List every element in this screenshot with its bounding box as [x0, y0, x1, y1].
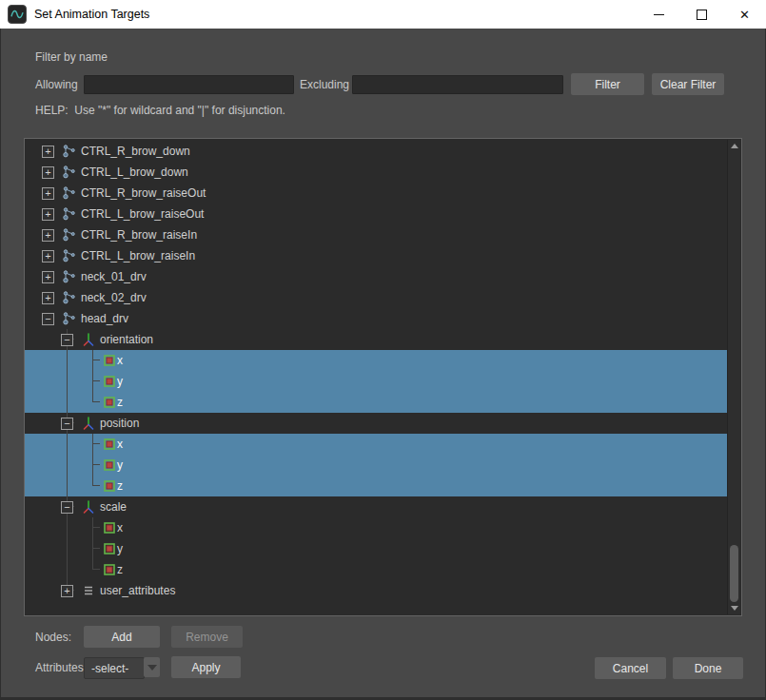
tree-panel: +CTRL_R_brow_down+CTRL_L_brow_down+CTRL_…: [24, 138, 742, 616]
tree-connector-line: [92, 517, 93, 570]
tree-connector-line: [92, 380, 100, 381]
attribute-icon: [104, 564, 115, 575]
done-button[interactable]: Done: [673, 657, 743, 679]
minimize-button[interactable]: [638, 0, 680, 29]
tree-row[interactable]: +CTRL_R_brow_raiseIn: [25, 224, 728, 245]
expand-icon[interactable]: +: [42, 208, 54, 221]
tree-connector-line: [92, 360, 100, 360]
excluding-input[interactable]: [352, 75, 563, 94]
tree-connector-line: [92, 548, 100, 549]
window-title: Set Animation Targets: [34, 8, 149, 21]
clear-filter-button[interactable]: Clear Filter: [652, 73, 724, 95]
tree-row[interactable]: +user_attributes: [25, 580, 728, 601]
expand-icon[interactable]: +: [61, 585, 73, 597]
tree-row[interactable]: +CTRL_L_brow_raiseIn: [25, 245, 728, 266]
titlebar[interactable]: Set Animation Targets ✕: [0, 0, 766, 29]
transform-node-icon: [62, 206, 77, 222]
allowing-input[interactable]: [84, 75, 294, 94]
tree-row[interactable]: +CTRL_R_brow_down: [25, 141, 728, 162]
collapse-icon[interactable]: −: [61, 501, 73, 514]
tree-row[interactable]: z: [25, 392, 728, 413]
tree-row[interactable]: −head_drv: [25, 308, 728, 329]
tree-item-label: x: [117, 354, 123, 367]
tree-row[interactable]: y: [25, 455, 728, 476]
tree-item-label: CTRL_L_brow_raiseIn: [81, 249, 195, 262]
expand-icon[interactable]: +: [42, 166, 54, 179]
axis-tripod-icon: [81, 499, 96, 515]
attribute-icon: [104, 376, 115, 387]
tree-row[interactable]: x: [25, 517, 728, 538]
tree-row[interactable]: −scale: [25, 496, 728, 517]
scroll-up-icon[interactable]: [731, 144, 738, 148]
expand-icon[interactable]: +: [42, 271, 54, 283]
axis-tripod-icon: [81, 332, 96, 347]
tree-item-label: CTRL_R_brow_raiseOut: [81, 186, 206, 200]
tree-row[interactable]: y: [25, 538, 728, 559]
tree-item-label: neck_01_drv: [81, 270, 147, 283]
tree-row[interactable]: +neck_02_drv: [25, 287, 728, 308]
tree-item-label: x: [117, 438, 123, 451]
tree-connector-line: [92, 350, 93, 402]
tree-row[interactable]: −position: [25, 413, 728, 434]
expand-icon[interactable]: +: [42, 229, 54, 242]
tree-row[interactable]: +CTRL_L_brow_raiseOut: [25, 204, 728, 224]
cancel-button[interactable]: Cancel: [595, 657, 666, 679]
tree-item-label: scale: [100, 500, 127, 514]
tree-row[interactable]: z: [25, 559, 728, 580]
close-button[interactable]: ✕: [723, 0, 766, 29]
tree-row[interactable]: −orientation: [25, 329, 728, 350]
transform-node-icon: [62, 311, 77, 326]
attribute-icon: [104, 459, 115, 471]
tree-item-label: y: [117, 375, 123, 388]
filter-button[interactable]: Filter: [571, 73, 644, 95]
scrollbar-thumb[interactable]: [730, 545, 738, 602]
attribute-icon: [104, 480, 115, 492]
nodes-label: Nodes:: [35, 631, 71, 644]
expand-icon[interactable]: +: [42, 292, 54, 304]
apply-button[interactable]: Apply: [171, 656, 241, 678]
expand-icon[interactable]: +: [42, 250, 54, 262]
attribute-icon: [104, 355, 115, 366]
collapse-icon[interactable]: −: [61, 334, 73, 346]
tree-row[interactable]: y: [25, 371, 728, 392]
tree-item-label: user_attributes: [100, 584, 175, 597]
tree-row[interactable]: +neck_01_drv: [25, 266, 728, 287]
maximize-button[interactable]: [680, 0, 723, 29]
expand-icon[interactable]: +: [42, 146, 54, 158]
tree-row[interactable]: +CTRL_R_brow_raiseOut: [25, 183, 728, 204]
add-button[interactable]: Add: [84, 626, 160, 648]
tree-item-label: position: [100, 417, 139, 430]
excluding-label: Excluding: [300, 78, 349, 91]
scroll-down-icon[interactable]: [731, 606, 738, 611]
transform-node-icon: [62, 227, 77, 243]
expand-icon[interactable]: +: [42, 187, 54, 200]
tree-connector-line: [92, 434, 93, 486]
attributes-select-arrow-button[interactable]: [144, 657, 160, 677]
transform-node-icon: [62, 144, 77, 159]
tree-row[interactable]: z: [25, 476, 728, 496]
tree-connector-line: [92, 401, 100, 402]
collapse-icon[interactable]: −: [61, 418, 73, 430]
tree-item-label: CTRL_R_brow_raiseIn: [81, 228, 197, 242]
close-icon: ✕: [739, 9, 750, 21]
attributes-label: Attributes:: [35, 661, 87, 674]
tree-item-label: head_drv: [81, 312, 128, 325]
app-icon: [8, 5, 27, 24]
transform-node-icon: [62, 269, 77, 284]
tree-connector-line: [67, 329, 68, 591]
tree-connector-line: [92, 443, 100, 444]
attribute-icon: [104, 543, 115, 554]
minimize-icon: [654, 14, 664, 15]
filter-section-label: Filter by name: [35, 50, 108, 64]
remove-button[interactable]: Remove: [171, 626, 243, 648]
tree-row[interactable]: x: [25, 434, 728, 455]
tree-connector-line: [92, 485, 100, 486]
collapse-icon[interactable]: −: [42, 313, 54, 325]
scrollbar[interactable]: [727, 140, 740, 614]
attributes-select[interactable]: -select-: [84, 657, 145, 679]
tree-item-label: y: [117, 542, 123, 555]
tree-row[interactable]: x: [25, 350, 728, 371]
tree-item-label: y: [117, 458, 123, 472]
tree-item-label: CTRL_L_brow_raiseOut: [81, 207, 204, 221]
tree-row[interactable]: +CTRL_L_brow_down: [25, 162, 728, 183]
